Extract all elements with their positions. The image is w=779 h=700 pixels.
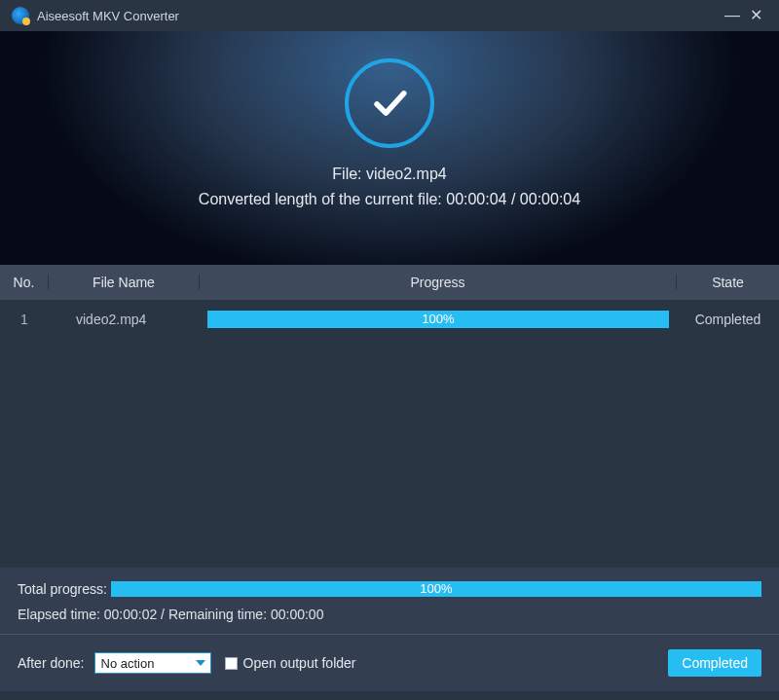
open-output-folder-checkbox[interactable] <box>225 657 238 670</box>
list-empty-area <box>0 339 779 568</box>
after-done-label: After done: <box>18 655 85 671</box>
table-row[interactable]: 1 video2.mp4 100% Completed <box>0 300 779 339</box>
window-title: Aiseesoft MKV Converter <box>37 9 179 23</box>
header-progress: Progress <box>200 275 677 290</box>
minimize-button[interactable]: — <box>721 0 744 31</box>
file-list: No. File Name Progress State 1 video2.mp… <box>0 265 779 568</box>
cell-file-name: video2.mp4 <box>49 312 200 327</box>
total-progress-bar: 100% <box>111 581 761 597</box>
progress-bar-text: 100% <box>207 311 669 328</box>
total-progress-label: Total progress: <box>18 581 107 597</box>
table-header: No. File Name Progress State <box>0 265 779 300</box>
cell-state: Completed <box>677 312 779 327</box>
footer: Total progress: 100% Elapsed time: 00:00… <box>0 568 779 691</box>
current-file-label: File: video2.mp4 <box>332 166 446 183</box>
current-file-progress-text: Converted length of the current file: 00… <box>199 191 580 208</box>
header-file-name: File Name <box>49 275 200 290</box>
app-logo-icon <box>12 7 29 24</box>
dropdown-arrow-icon <box>191 653 210 673</box>
total-progress-text: 100% <box>111 581 761 597</box>
status-hero: File: video2.mp4 Converted length of the… <box>0 31 779 265</box>
completed-button[interactable]: Completed <box>668 649 761 677</box>
progress-bar: 100% <box>207 311 669 328</box>
cell-no: 1 <box>0 312 49 327</box>
times-text: Elapsed time: 00:00:02 / Remaining time:… <box>18 607 761 622</box>
close-button[interactable]: ✕ <box>744 0 767 31</box>
footer-summary: Total progress: 100% Elapsed time: 00:00… <box>0 568 779 635</box>
titlebar: Aiseesoft MKV Converter — ✕ <box>0 0 779 31</box>
header-no: No. <box>0 275 49 290</box>
success-check-icon <box>345 58 434 148</box>
open-output-folder-label: Open output folder <box>243 655 356 671</box>
footer-controls: After done: No action Open output folder… <box>0 635 779 691</box>
after-done-value: No action <box>101 656 155 671</box>
completed-button-label: Completed <box>682 655 748 671</box>
after-done-select[interactable]: No action <box>94 652 211 674</box>
cell-progress: 100% <box>200 311 677 328</box>
header-state: State <box>677 275 779 290</box>
